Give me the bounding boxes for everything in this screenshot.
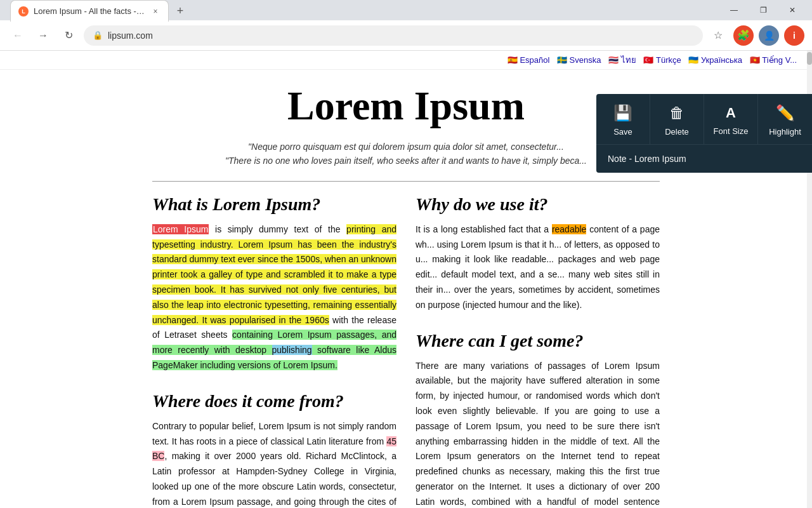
- delete-label: Delete: [665, 127, 689, 137]
- back-button[interactable]: ←: [8, 25, 28, 46]
- tab-bar: L Lorem Ipsum - All the facts - Lip: × +: [5, 0, 714, 22]
- tab-favicon: L: [18, 6, 29, 17]
- highlighted-publishing: publishing: [272, 345, 312, 355]
- lang-thai[interactable]: 🇹🇭 ไทย: [608, 55, 636, 65]
- highlight-label: Highlight: [769, 127, 801, 137]
- active-tab[interactable]: L Lorem Ipsum - All the facts - Lip: ×: [10, 0, 169, 22]
- font-size-label: Font Size: [714, 126, 749, 136]
- delete-icon: 🗑: [669, 104, 684, 122]
- lang-espanol[interactable]: 🇪🇸 Español: [508, 55, 550, 65]
- toolbar-buttons: 💾 Save 🗑 Delete A Font Size ✏️ Highlight: [596, 94, 812, 145]
- why-body: It is a long established fact that a rea…: [416, 222, 660, 313]
- address-bar[interactable]: 🔒 lipsum.com: [84, 25, 703, 46]
- font-size-icon: A: [726, 105, 736, 121]
- scrollbar-thumb[interactable]: [807, 52, 812, 65]
- two-column-layout: What is Lorem Ipsum? Lorem Ipsum is simp…: [152, 194, 660, 508]
- save-label: Save: [613, 127, 632, 137]
- page-title: Lorem Ipsum: [152, 83, 660, 130]
- info-button[interactable]: i: [784, 25, 804, 46]
- save-button[interactable]: 💾 Save: [596, 94, 650, 144]
- note-text: Note - Lorem Ipsum: [608, 154, 686, 164]
- font-size-button[interactable]: A Font Size: [704, 94, 758, 144]
- profile-button[interactable]: 👤: [759, 25, 779, 46]
- tab-title: Lorem Ipsum - All the facts - Lip:: [34, 6, 145, 16]
- quote-block: "Neque porro quisquam est qui dolorem ip…: [152, 140, 660, 168]
- refresh-button[interactable]: ↻: [58, 25, 79, 46]
- bookmark-button[interactable]: ☆: [708, 25, 728, 46]
- highlight-icon: ✏️: [776, 104, 795, 122]
- page-content: 💾 Save 🗑 Delete A Font Size ✏️ Highlight…: [0, 51, 812, 508]
- lang-turkce[interactable]: 🇹🇷 Türkçe: [643, 55, 681, 65]
- where-get-section-title: Where can I get some?: [416, 331, 660, 351]
- tab-close-button[interactable]: ×: [150, 6, 160, 17]
- what-is-body: Lorem Ipsum is simply dummy text of the …: [152, 222, 396, 373]
- extension-icon[interactable]: 🧩: [733, 25, 754, 46]
- window-controls: — ❐ ✕: [719, 0, 807, 20]
- highlighted-45bc: 45 BC: [152, 436, 396, 462]
- lang-ukrainian[interactable]: 🇺🇦 Українська: [688, 55, 742, 65]
- forward-button[interactable]: →: [33, 25, 53, 46]
- new-tab-button[interactable]: +: [171, 2, 189, 20]
- where-get-body: There are many variations of passages of…: [416, 359, 660, 508]
- divider: [152, 181, 660, 182]
- highlighted-readable: readable: [552, 224, 587, 234]
- where-from-body: Contrary to popular belief, Lorem Ipsum …: [152, 419, 396, 508]
- right-column: Why do we use it? It is a long establish…: [416, 194, 660, 508]
- address-text: lipsum.com: [108, 30, 694, 41]
- why-section-title: Why do we use it?: [416, 194, 660, 215]
- highlighted-lorem-ipsum: Lorem Ipsum: [152, 224, 209, 234]
- close-button[interactable]: ✕: [778, 0, 807, 20]
- lock-icon: 🔒: [93, 30, 103, 40]
- maximize-button[interactable]: ❐: [749, 0, 778, 20]
- delete-button[interactable]: 🗑 Delete: [650, 94, 704, 144]
- nav-bar: ← → ↻ 🔒 lipsum.com ☆ 🧩 👤 i: [0, 20, 812, 51]
- language-bar: 🇪🇸 Español 🇸🇪 Svenska 🇹🇭 ไทย 🇹🇷 Türkçe 🇺…: [0, 51, 812, 70]
- toolbar-note: Note - Lorem Ipsum: [596, 145, 812, 173]
- quote2: "There is no one who loves pain itself, …: [152, 154, 660, 168]
- what-is-section-title: What is Lorem Ipsum?: [152, 194, 396, 215]
- highlight-button[interactable]: ✏️ Highlight: [758, 94, 812, 144]
- lang-svenska[interactable]: 🇸🇪 Svenska: [557, 55, 601, 65]
- title-bar: L Lorem Ipsum - All the facts - Lip: × +…: [0, 0, 812, 20]
- browser-frame: L Lorem Ipsum - All the facts - Lip: × +…: [0, 0, 812, 508]
- quote1: "Neque porro quisquam est qui dolorem ip…: [152, 140, 660, 154]
- minimize-button[interactable]: —: [719, 0, 749, 20]
- lang-vietnamese[interactable]: 🇻🇳 Tiếng V...: [750, 55, 797, 65]
- save-icon: 💾: [613, 104, 632, 122]
- left-column: What is Lorem Ipsum? Lorem Ipsum is simp…: [152, 194, 396, 508]
- highlighted-printing: printing and typesetting industry. Lorem…: [152, 224, 396, 325]
- toolbar-panel: 💾 Save 🗑 Delete A Font Size ✏️ Highlight…: [596, 94, 812, 173]
- where-from-section-title: Where does it come from?: [152, 391, 396, 411]
